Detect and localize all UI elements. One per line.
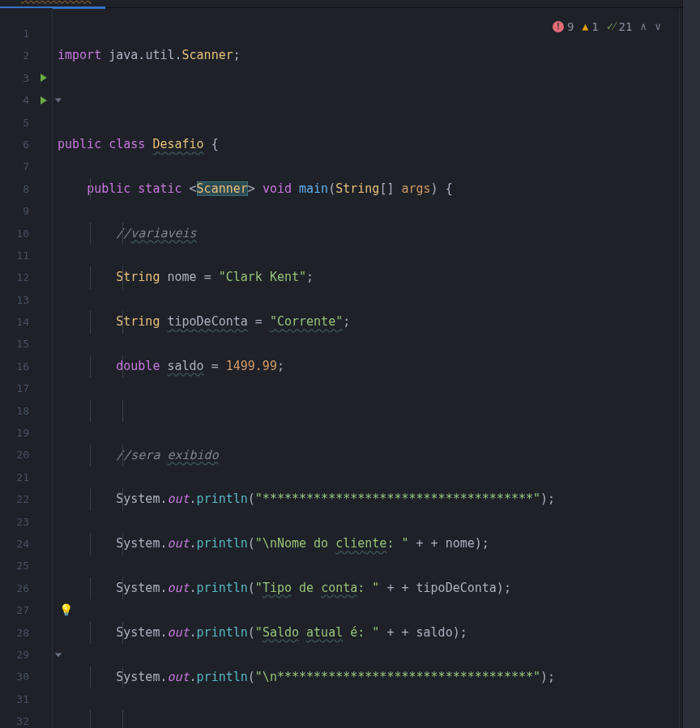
gutter-line: 17 bbox=[0, 377, 52, 399]
gutter-line: 19 bbox=[0, 422, 52, 444]
gutter-line: 23 bbox=[0, 511, 52, 533]
code-editor[interactable]: import java.util.Scanner; public class D… bbox=[52, 8, 700, 728]
gutter-line: 29 bbox=[0, 644, 52, 666]
warning-badge[interactable]: ▲1 bbox=[582, 20, 598, 33]
gutter-line: 22 bbox=[0, 488, 52, 510]
error-count: 9 bbox=[567, 20, 574, 33]
code-line[interactable]: public static <Scanner> void main(String… bbox=[53, 178, 700, 200]
gutter-line: 10 bbox=[0, 223, 52, 245]
warning-icon: ▲ bbox=[582, 20, 588, 32]
run-icon[interactable] bbox=[41, 74, 47, 82]
right-toolbar[interactable] bbox=[682, 0, 700, 728]
gutter-line: 32 bbox=[0, 710, 52, 728]
gutter-line: 6 bbox=[0, 134, 52, 155]
gutter-line: 16 bbox=[0, 355, 52, 377]
code-line[interactable] bbox=[53, 89, 700, 111]
gutter-line: 28 bbox=[0, 622, 52, 644]
gutter-line: 1 bbox=[0, 23, 52, 45]
code-line[interactable]: double saldo = 1499.99; bbox=[53, 355, 700, 377]
line-gutter: 1 2 3 4 5 6 7 8 9 10 11 12 13 14 15 16 1… bbox=[0, 8, 52, 728]
gutter-line: 5 bbox=[0, 112, 52, 134]
next-problem-button[interactable]: ∨ bbox=[655, 20, 661, 32]
code-line[interactable]: System.out.println("Saldo atual é: " + +… bbox=[53, 622, 700, 644]
gutter-line: 30 bbox=[0, 666, 52, 688]
gutter-line: 8 bbox=[0, 178, 52, 200]
code-line[interactable]: //variaveis bbox=[53, 223, 700, 245]
prev-problem-button[interactable]: ∧ bbox=[640, 20, 647, 32]
error-icon: ! bbox=[553, 21, 564, 32]
code-line[interactable] bbox=[53, 400, 700, 422]
code-line[interactable]: //sera exibido bbox=[53, 445, 700, 466]
code-line[interactable]: String tipoDeConta = "Corrente"; bbox=[53, 311, 700, 333]
gutter-line: 14 bbox=[0, 311, 52, 333]
hint-count: 21 bbox=[618, 20, 632, 33]
gutter-line: 20 bbox=[0, 444, 52, 466]
code-line[interactable]: System.out.println("********************… bbox=[53, 488, 700, 510]
code-line[interactable]: String nome = "Clark Kent"; bbox=[53, 266, 700, 288]
gutter-line: 25 bbox=[0, 555, 52, 577]
code-line[interactable]: public class Desafio { bbox=[53, 134, 700, 155]
gutter-line: 26 bbox=[0, 577, 52, 599]
code-line[interactable]: import java.util.Scanner; bbox=[53, 45, 700, 66]
gutter-line: 3 bbox=[0, 67, 52, 89]
gutter-line: 24 bbox=[0, 533, 52, 555]
gutter-line: 27💡 bbox=[0, 599, 52, 621]
code-line[interactable]: System.out.println("\nNome do cliente: "… bbox=[53, 533, 700, 555]
warning-count: 1 bbox=[591, 20, 598, 33]
gutter-line: 4 bbox=[0, 89, 52, 111]
tab-bar: Desafio.java bbox=[0, 0, 700, 8]
code-line[interactable]: System.out.println("\n******************… bbox=[53, 666, 700, 688]
gutter-line: 15 bbox=[0, 333, 52, 355]
run-icon[interactable] bbox=[41, 96, 47, 104]
hint-badge[interactable]: ✓⁄21 bbox=[607, 19, 633, 33]
hint-icon: ✓⁄ bbox=[607, 19, 616, 33]
gutter-line: 11 bbox=[0, 245, 52, 266]
error-badge[interactable]: !9 bbox=[553, 20, 574, 33]
gutter-line: 7 bbox=[0, 155, 52, 177]
gutter-line: 2 bbox=[0, 45, 52, 66]
editor: 1 2 3 4 5 6 7 8 9 10 11 12 13 14 15 16 1… bbox=[0, 8, 700, 728]
code-line[interactable] bbox=[53, 710, 700, 728]
gutter-line: 18 bbox=[0, 400, 52, 422]
problems-summary: !9 ▲1 ✓⁄21 ∧ ∨ bbox=[553, 19, 661, 33]
gutter-line: 21 bbox=[0, 466, 52, 488]
gutter-line: 9 bbox=[0, 200, 52, 222]
gutter-line: 31 bbox=[0, 688, 52, 710]
gutter-line: 13 bbox=[0, 289, 52, 311]
code-line[interactable]: System.out.println("Tipo de conta: " + +… bbox=[53, 577, 700, 599]
gutter-line: 12 bbox=[0, 266, 52, 288]
